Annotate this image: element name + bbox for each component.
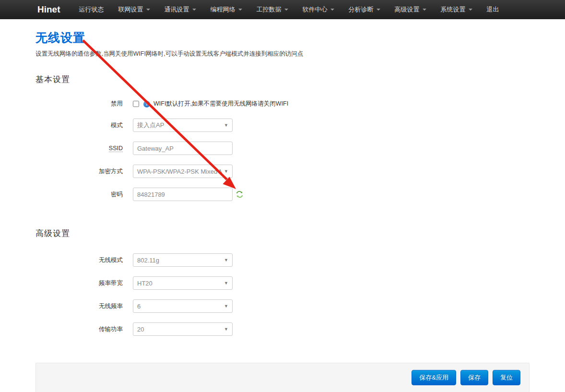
nav-item-label: 通讯设置 [165, 0, 189, 19]
save-apply-button[interactable]: 保存&应用 [412, 370, 456, 385]
nav-item-network-settings[interactable]: 联网设置 [111, 0, 157, 19]
tx-power-row: 传输功率 20 ▼ [35, 322, 530, 336]
chevron-down-icon [238, 9, 242, 11]
bandwidth-select-value: HT20 [137, 280, 222, 287]
chevron-down-icon [423, 9, 426, 11]
reset-button[interactable]: 复位 [493, 370, 520, 385]
nav-item-label: 分析诊断 [349, 0, 374, 19]
basic-settings-heading: 基本设置 [35, 74, 530, 85]
nav-item-system-settings[interactable]: 系统设置 [434, 0, 480, 19]
chevron-down-icon: ▼ [224, 327, 228, 332]
nav-item-label: 高级设置 [395, 0, 420, 19]
mode-label: 模式 [35, 121, 123, 130]
channel-select-value: 6 [137, 303, 222, 310]
nav-item-label: 工控数据 [257, 0, 282, 19]
page-actions-bar: 保存&应用 保存 复位 [35, 363, 530, 392]
ssid-input[interactable] [133, 142, 233, 155]
nav-item-label: 编程网络 [211, 0, 235, 19]
nav-item-label: 运行状态 [79, 0, 104, 19]
nav-item-analysis-diagnosis[interactable]: 分析诊断 [341, 0, 388, 19]
nav-item-advanced-settings[interactable]: 高级设置 [388, 0, 434, 19]
bandwidth-select[interactable]: HT20 ▼ [133, 276, 233, 290]
wireless-mode-label: 无线模式 [35, 256, 123, 264]
nav-item-programming-network[interactable]: 编程网络 [203, 0, 249, 19]
channel-select[interactable]: 6 ▼ [133, 299, 233, 313]
password-label: 密码 [35, 190, 123, 199]
nav-item-logout[interactable]: 退出 [480, 0, 506, 19]
wifi-hint-text: WIFI默认打开,如果不需要使用无线网络请关闭WIFI [153, 100, 288, 108]
chevron-down-icon [377, 9, 380, 11]
mode-select[interactable]: 接入点AP ▼ [133, 119, 233, 132]
save-button[interactable]: 保存 [460, 370, 488, 385]
encryption-row: 加密方式 WPA-PSK/WPA2-PSK Mixed Mode ▼ [35, 165, 530, 178]
password-input[interactable] [133, 188, 233, 201]
wireless-mode-select-value: 802.11g [137, 257, 222, 264]
chevron-down-icon: ▼ [224, 169, 228, 174]
chevron-down-icon [284, 9, 288, 11]
encryption-label: 加密方式 [35, 167, 123, 176]
chevron-down-icon: ▼ [224, 258, 228, 262]
chevron-down-icon [330, 9, 334, 11]
ssid-label: SSID [35, 145, 123, 152]
chevron-down-icon [192, 9, 196, 11]
chevron-down-icon: ▼ [224, 281, 228, 285]
page-container: 无线设置 设置无线网络的通信参数,当网关使用WIFI网络时,可以手动设置无线客户… [35, 30, 530, 392]
bandwidth-label: 频率带宽 [35, 279, 123, 287]
nav-item-industrial-data[interactable]: 工控数据 [249, 0, 295, 19]
disable-row: 禁用 ? WIFI默认打开,如果不需要使用无线网络请关闭WIFI [35, 100, 530, 108]
wireless-mode-select[interactable]: 802.11g ▼ [133, 253, 233, 267]
page-title: 无线设置 [35, 30, 530, 46]
chevron-down-icon [146, 9, 150, 11]
nav-item-comm-settings[interactable]: 通讯设置 [157, 0, 203, 19]
channel-label: 无线频率 [35, 302, 123, 310]
mode-select-value: 接入点AP [137, 121, 222, 130]
chevron-down-icon: ▼ [224, 304, 228, 309]
refresh-icon[interactable] [236, 190, 243, 198]
advanced-settings-heading: 高级设置 [35, 228, 530, 239]
chevron-down-icon [469, 9, 472, 11]
nav-item-label: 系统设置 [441, 0, 466, 19]
top-navbar: Hinet 运行状态 联网设置 通讯设置 编程网络 工控数据 软件中心 分析诊断… [0, 0, 565, 19]
page-description: 设置无线网络的通信参数,当网关使用WIFI网络时,可以手动设置无线客户端模式并连… [35, 50, 530, 58]
tx-power-select-value: 20 [137, 326, 222, 333]
ssid-row: SSID [35, 142, 530, 155]
nav-item-label: 软件中心 [303, 0, 328, 19]
channel-row: 无线频率 6 ▼ [35, 299, 530, 313]
bandwidth-row: 频率带宽 HT20 ▼ [35, 276, 530, 290]
disable-label: 禁用 [35, 100, 123, 108]
nav-item-label: 联网设置 [118, 0, 143, 19]
brand-logo[interactable]: Hinet [35, 0, 72, 19]
ssid-label-text: SSID [109, 145, 123, 152]
nav-item-status[interactable]: 运行状态 [72, 0, 111, 19]
wireless-mode-row: 无线模式 802.11g ▼ [35, 253, 530, 267]
help-icon: ? [143, 101, 150, 107]
tx-power-label: 传输功率 [35, 325, 123, 333]
disable-checkbox[interactable] [133, 101, 139, 107]
encryption-select[interactable]: WPA-PSK/WPA2-PSK Mixed Mode ▼ [133, 165, 233, 178]
nav-item-label: 退出 [487, 0, 499, 19]
chevron-down-icon: ▼ [224, 123, 228, 128]
nav-item-software-center[interactable]: 软件中心 [295, 0, 341, 19]
mode-row: 模式 接入点AP ▼ [35, 119, 530, 132]
tx-power-select[interactable]: 20 ▼ [133, 322, 233, 336]
navbar-inner: Hinet 运行状态 联网设置 通讯设置 编程网络 工控数据 软件中心 分析诊断… [35, 0, 530, 19]
encryption-select-value: WPA-PSK/WPA2-PSK Mixed Mode [137, 168, 222, 175]
password-row: 密码 [35, 188, 530, 201]
